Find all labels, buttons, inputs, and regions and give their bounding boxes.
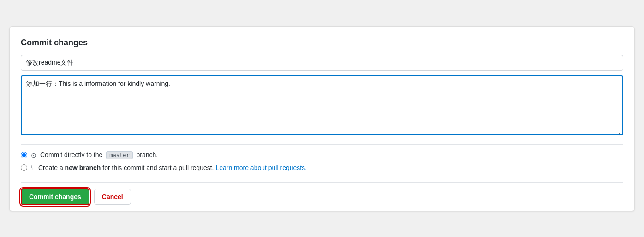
direct-commit-radio[interactable] <box>21 152 27 158</box>
direct-commit-option: Commit directly to the master branch. <box>21 151 623 159</box>
master-branch-badge: master <box>106 151 132 159</box>
new-branch-option: Create a new branch for this commit and … <box>21 164 623 171</box>
new-branch-radio[interactable] <box>21 164 27 171</box>
commit-dialog: Commit changes 添加一行：This is a informatio… <box>9 26 635 211</box>
git-commit-icon <box>31 152 36 159</box>
cancel-button[interactable]: Cancel <box>94 189 131 205</box>
action-bar: Commit changes Cancel <box>21 182 623 211</box>
dialog-title: Commit changes <box>21 38 623 48</box>
commit-changes-button[interactable]: Commit changes <box>21 188 89 205</box>
commit-description-textarea[interactable]: 添加一行：This is a information for kindly wa… <box>21 75 623 135</box>
learn-more-link[interactable]: Learn more about pull requests. <box>215 164 307 171</box>
branch-options-section: Commit directly to the master branch. Cr… <box>21 144 623 182</box>
new-branch-label: Create a new branch for this commit and … <box>38 164 307 171</box>
direct-commit-label: Commit directly to the master branch. <box>40 151 158 159</box>
git-branch-icon <box>31 164 35 171</box>
commit-summary-input[interactable] <box>21 55 623 71</box>
